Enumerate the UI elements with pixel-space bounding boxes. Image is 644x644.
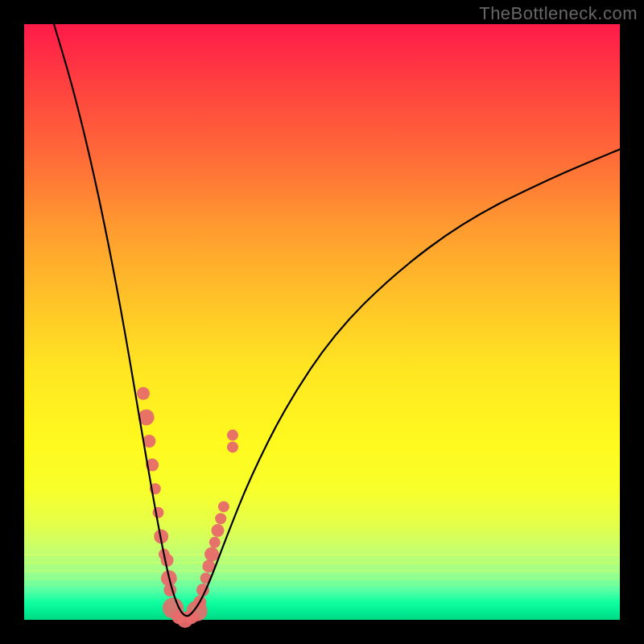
chart-frame: TheBottleneck.com (0, 0, 644, 644)
marker-dot (218, 501, 229, 512)
marker-dot (137, 387, 150, 400)
marker-dot (215, 513, 226, 524)
watermark-text: TheBottleneck.com (479, 3, 638, 24)
plot-area (24, 24, 620, 620)
marker-dot (227, 430, 238, 441)
marker-dot (204, 547, 219, 562)
bottleneck-curve (54, 24, 620, 616)
marker-dot (153, 507, 164, 518)
marker-dot (227, 441, 238, 452)
marker-group (137, 387, 238, 628)
marker-dot (212, 524, 225, 537)
chart-svg (24, 24, 620, 620)
marker-dot (161, 554, 174, 567)
marker-dot (209, 537, 221, 548)
